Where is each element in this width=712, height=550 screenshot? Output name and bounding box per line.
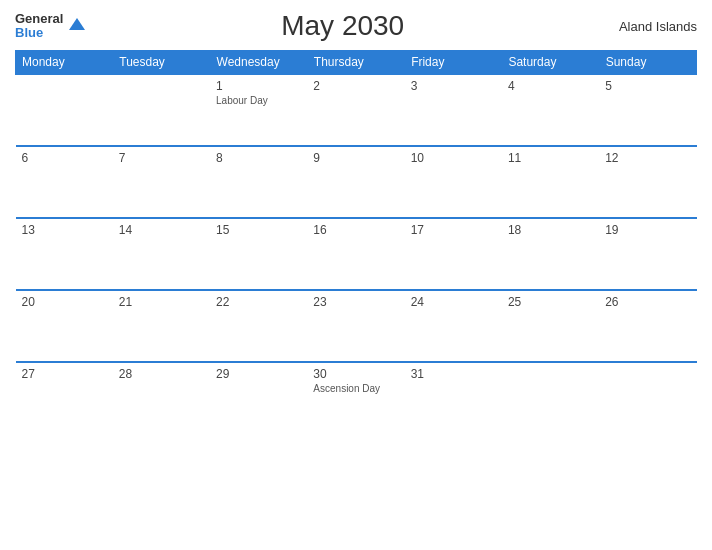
day-number: 23 xyxy=(313,295,398,309)
col-wednesday: Wednesday xyxy=(210,51,307,75)
calendar-week-row: 6789101112 xyxy=(16,146,697,218)
holiday-label: Labour Day xyxy=(216,95,301,106)
calendar-cell: 12 xyxy=(599,146,696,218)
calendar-cell: 21 xyxy=(113,290,210,362)
col-monday: Monday xyxy=(16,51,113,75)
calendar-cell: 9 xyxy=(307,146,404,218)
calendar-cell: 28 xyxy=(113,362,210,434)
page-header: General Blue May 2030 Aland Islands xyxy=(15,10,697,42)
day-number: 10 xyxy=(411,151,496,165)
day-number: 12 xyxy=(605,151,690,165)
day-number: 27 xyxy=(22,367,107,381)
calendar-cell xyxy=(599,362,696,434)
calendar-cell: 6 xyxy=(16,146,113,218)
calendar-cell: 5 xyxy=(599,74,696,146)
calendar-cell: 15 xyxy=(210,218,307,290)
calendar-cell xyxy=(113,74,210,146)
col-sunday: Sunday xyxy=(599,51,696,75)
calendar-cell: 20 xyxy=(16,290,113,362)
calendar-week-row: 13141516171819 xyxy=(16,218,697,290)
calendar-cell: 22 xyxy=(210,290,307,362)
svg-marker-0 xyxy=(69,18,85,30)
day-number: 28 xyxy=(119,367,204,381)
col-thursday: Thursday xyxy=(307,51,404,75)
day-number: 26 xyxy=(605,295,690,309)
calendar-cell: 18 xyxy=(502,218,599,290)
holiday-label: Ascension Day xyxy=(313,383,398,394)
region-label: Aland Islands xyxy=(597,19,697,34)
day-number: 16 xyxy=(313,223,398,237)
calendar-cell: 30Ascension Day xyxy=(307,362,404,434)
calendar-cell: 13 xyxy=(16,218,113,290)
calendar-cell: 1Labour Day xyxy=(210,74,307,146)
calendar-cell: 27 xyxy=(16,362,113,434)
calendar-cell: 8 xyxy=(210,146,307,218)
calendar-cell: 3 xyxy=(405,74,502,146)
calendar-cell: 11 xyxy=(502,146,599,218)
calendar-cell: 29 xyxy=(210,362,307,434)
day-number: 29 xyxy=(216,367,301,381)
day-number: 19 xyxy=(605,223,690,237)
calendar-cell: 4 xyxy=(502,74,599,146)
calendar-week-row: 20212223242526 xyxy=(16,290,697,362)
day-number: 1 xyxy=(216,79,301,93)
col-tuesday: Tuesday xyxy=(113,51,210,75)
day-number: 22 xyxy=(216,295,301,309)
calendar-cell: 23 xyxy=(307,290,404,362)
day-number: 31 xyxy=(411,367,496,381)
day-number: 6 xyxy=(22,151,107,165)
logo: General Blue xyxy=(15,12,88,41)
day-number: 13 xyxy=(22,223,107,237)
day-number: 21 xyxy=(119,295,204,309)
calendar-cell: 31 xyxy=(405,362,502,434)
calendar-header-row: Monday Tuesday Wednesday Thursday Friday… xyxy=(16,51,697,75)
calendar-cell: 25 xyxy=(502,290,599,362)
day-number: 18 xyxy=(508,223,593,237)
day-number: 30 xyxy=(313,367,398,381)
calendar-cell: 14 xyxy=(113,218,210,290)
day-number: 25 xyxy=(508,295,593,309)
day-number: 20 xyxy=(22,295,107,309)
calendar-cell xyxy=(16,74,113,146)
day-number: 15 xyxy=(216,223,301,237)
day-number: 24 xyxy=(411,295,496,309)
calendar-cell xyxy=(502,362,599,434)
logo-blue-text: Blue xyxy=(15,26,63,40)
calendar-week-row: 27282930Ascension Day31 xyxy=(16,362,697,434)
calendar-cell: 2 xyxy=(307,74,404,146)
calendar-cell: 10 xyxy=(405,146,502,218)
calendar-cell: 16 xyxy=(307,218,404,290)
calendar-cell: 7 xyxy=(113,146,210,218)
calendar-cell: 17 xyxy=(405,218,502,290)
day-number: 2 xyxy=(313,79,398,93)
calendar-cell: 24 xyxy=(405,290,502,362)
day-number: 11 xyxy=(508,151,593,165)
calendar-table: Monday Tuesday Wednesday Thursday Friday… xyxy=(15,50,697,434)
day-number: 5 xyxy=(605,79,690,93)
day-number: 8 xyxy=(216,151,301,165)
day-number: 14 xyxy=(119,223,204,237)
logo-icon xyxy=(66,15,88,37)
month-title: May 2030 xyxy=(88,10,597,42)
day-number: 17 xyxy=(411,223,496,237)
day-number: 7 xyxy=(119,151,204,165)
day-number: 4 xyxy=(508,79,593,93)
calendar-week-row: 1Labour Day2345 xyxy=(16,74,697,146)
calendar-cell: 19 xyxy=(599,218,696,290)
calendar-cell: 26 xyxy=(599,290,696,362)
logo-general-text: General xyxy=(15,12,63,26)
col-saturday: Saturday xyxy=(502,51,599,75)
day-number: 3 xyxy=(411,79,496,93)
col-friday: Friday xyxy=(405,51,502,75)
day-number: 9 xyxy=(313,151,398,165)
